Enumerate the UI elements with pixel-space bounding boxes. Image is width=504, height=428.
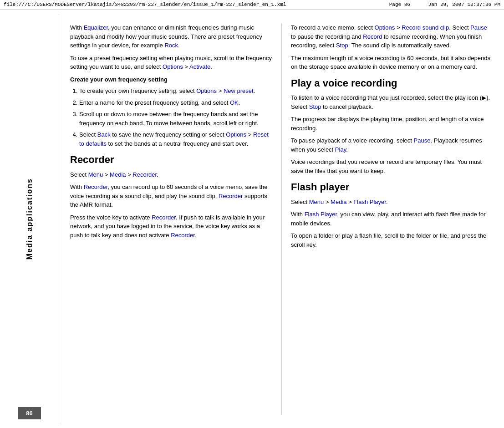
pause-link2[interactable]: Pause [414, 137, 431, 144]
flash-player-link[interactable]: Flash Player [353, 199, 386, 205]
recorder-nav: Select Menu > Media > Recorder. [70, 170, 272, 179]
preset-para: To use a preset frequency setting when p… [70, 54, 272, 71]
recorder-link2[interactable]: Recorder [219, 193, 243, 199]
recorder-nav-link[interactable]: Recorder [132, 171, 157, 178]
max-length-para: The maximum length of a voice recording … [291, 54, 493, 71]
stop-link2[interactable]: Stop [309, 103, 321, 110]
options-reset-link[interactable]: Options [226, 131, 246, 138]
flash-heading: Flash player [291, 181, 493, 194]
step-4: Select Back to save the new frequency se… [79, 130, 272, 148]
play-para3: To pause playback of a voice recording, … [291, 136, 493, 154]
record-voice-para: To record a voice memo, select Options >… [291, 23, 493, 50]
equalizer-link[interactable]: Equalizer [84, 24, 108, 31]
ok-link[interactable]: OK [230, 99, 239, 106]
flash-para1: With Flash Player, you can view, play, a… [291, 210, 493, 228]
sidebar-label: Media applications [25, 178, 34, 260]
flash-player-link2[interactable]: Flash Player [305, 211, 337, 218]
recorder-para2: Press the voice key to activate Recorder… [70, 213, 272, 240]
options-activate-link[interactable]: Options [163, 63, 183, 70]
recorder-link3[interactable]: Recorder [152, 214, 176, 221]
equalizer-intro: With Equalizer, you can enhance or dimin… [70, 23, 272, 50]
play-heading: Play a voice recording [291, 77, 493, 90]
flash-para2: To open a folder or play a flash file, s… [291, 231, 493, 249]
left-column: With Equalizer, you can enhance or dimin… [59, 23, 282, 415]
options-record-link[interactable]: Options [375, 24, 395, 31]
page-container: Media applications 86 With Equalizer, yo… [0, 14, 504, 424]
play-para4: Voice recordings that you receive or rec… [291, 158, 493, 175]
create-heading: Create your own frequency setting [70, 75, 272, 84]
flash-media-link[interactable]: Media [331, 199, 346, 205]
step-1: To create your own frequency setting, se… [79, 87, 272, 96]
step-2: Enter a name for the preset frequency se… [79, 98, 272, 107]
play-para2: The progress bar displays the playing ti… [291, 115, 493, 132]
page-info: Page 86 Jan 29, 2007 12:37:36 PM [389, 2, 500, 7]
right-column: To record a voice memo, select Options >… [282, 23, 504, 415]
recorder-para1: With Recorder, you can record up to 60 s… [70, 183, 272, 209]
step-3: Scroll up or down to move between the fr… [79, 110, 272, 127]
sidebar-label-wrapper: Media applications [0, 14, 59, 424]
back-link[interactable]: Back [97, 131, 111, 138]
record-sound-clip-link[interactable]: Record sound clip [402, 24, 449, 31]
flash-menu-link[interactable]: Menu [309, 199, 324, 205]
flash-nav: Select Menu > Media > Flash Player. [291, 198, 493, 207]
new-preset-link[interactable]: New preset [224, 87, 254, 94]
stop-link1[interactable]: Stop [336, 42, 348, 49]
pause-link1[interactable]: Pause [470, 24, 487, 31]
activate-link[interactable]: Activate [189, 63, 210, 70]
filepath: file:///C:/USERS/MODEServer/lkatajis/348… [4, 2, 286, 7]
menu-link[interactable]: Menu [88, 171, 103, 178]
left-sidebar: Media applications 86 [0, 14, 59, 424]
recorder-heading: Recorder [70, 153, 272, 167]
record-link1[interactable]: Record [363, 33, 382, 40]
media-link[interactable]: Media [110, 171, 126, 178]
play-para1: To listen to a voice recording that you … [291, 93, 493, 111]
play-link[interactable]: Play [335, 146, 346, 153]
recorder-link1[interactable]: Recorder [84, 183, 108, 190]
main-content: With Equalizer, you can enhance or dimin… [59, 14, 504, 424]
play-icon: ▶ [482, 94, 486, 101]
rock-link[interactable]: Rock [164, 42, 178, 49]
recorder-link4[interactable]: Recorder [171, 232, 195, 239]
steps-list: To create your own frequency setting, se… [70, 87, 272, 148]
top-bar: file:///C:/USERS/MODEServer/lkatajis/348… [0, 0, 504, 10]
options-newpreset-link[interactable]: Options [196, 87, 217, 94]
